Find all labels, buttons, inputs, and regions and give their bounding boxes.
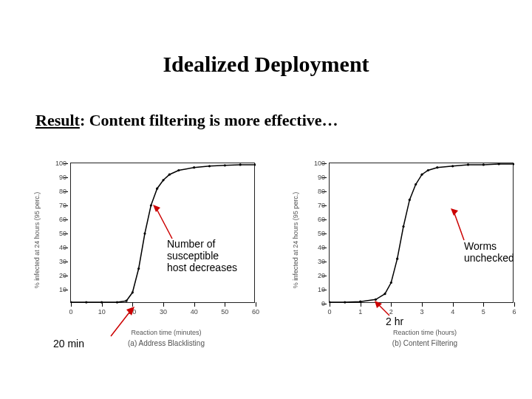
annotation-left-x: 20 min (53, 338, 84, 349)
svg-point-26 (409, 199, 411, 201)
chart-caption-right: (b) Content Filtering (392, 339, 457, 347)
svg-point-31 (451, 165, 454, 167)
plot-area-right: 0102030405060708090100 0123456 (329, 163, 514, 303)
subtitle: Result: Content filtering is more effect… (35, 111, 338, 130)
svg-point-16 (239, 163, 242, 166)
svg-point-14 (208, 165, 211, 167)
svg-point-5 (132, 291, 134, 293)
svg-point-34 (498, 163, 500, 166)
svg-point-9 (156, 188, 158, 190)
svg-point-22 (383, 293, 386, 295)
plot-area-left: 102030405060708090100 0102030405060 (70, 163, 255, 303)
svg-point-24 (396, 258, 398, 260)
x-axis-label: Reaction time (hours) (393, 329, 457, 336)
svg-point-29 (427, 169, 429, 171)
svg-point-7 (143, 232, 146, 234)
svg-point-28 (420, 174, 423, 176)
svg-point-19 (344, 301, 346, 304)
svg-point-12 (177, 169, 180, 171)
svg-point-35 (513, 163, 514, 166)
svg-point-3 (116, 301, 118, 304)
annotation-left-curve: Number ofsusceptiblehost decreases (167, 238, 237, 273)
svg-point-13 (193, 166, 195, 168)
svg-point-11 (168, 174, 171, 176)
y-axis-label: % infected at 24 hours (95 perc.) (33, 192, 41, 289)
svg-point-15 (224, 164, 226, 166)
subtitle-underlined: Result (35, 111, 80, 129)
y-axis-label: % infected at 24 hours (95 perc.) (292, 192, 299, 289)
chart-caption-left: (a) Address Blacklisting (128, 339, 205, 347)
curve-left (71, 163, 256, 304)
svg-point-10 (162, 179, 164, 181)
svg-point-23 (390, 282, 392, 284)
svg-point-32 (467, 163, 469, 166)
page-title: Idealized Deployment (0, 52, 532, 77)
svg-point-6 (137, 267, 140, 270)
svg-point-33 (482, 163, 485, 166)
svg-point-25 (402, 225, 404, 228)
x-axis-label: Reaction time (minutes) (131, 329, 201, 336)
annotation-right-x: 2 hr (386, 316, 403, 327)
svg-point-4 (125, 300, 127, 302)
curve-right (330, 163, 514, 304)
annotation-right-curve: Wormsunchecked (464, 240, 514, 264)
subtitle-rest: : Content filtering is more effective… (80, 111, 338, 129)
svg-point-8 (150, 204, 152, 206)
svg-point-21 (375, 299, 377, 301)
svg-point-27 (415, 183, 417, 185)
svg-point-17 (254, 163, 256, 166)
svg-point-1 (85, 301, 87, 304)
svg-point-30 (436, 166, 438, 168)
